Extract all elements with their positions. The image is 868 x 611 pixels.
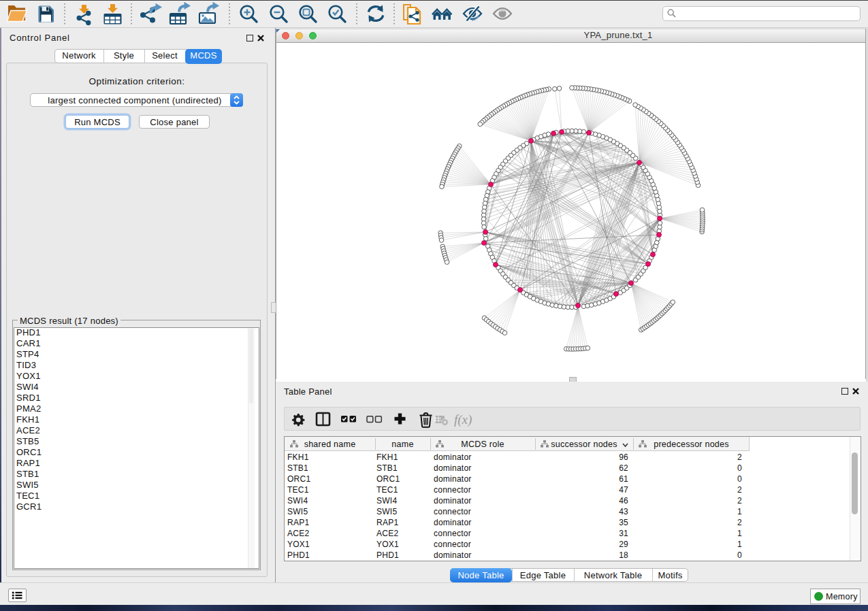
svg-text:f(x): f(x) bbox=[454, 412, 472, 427]
